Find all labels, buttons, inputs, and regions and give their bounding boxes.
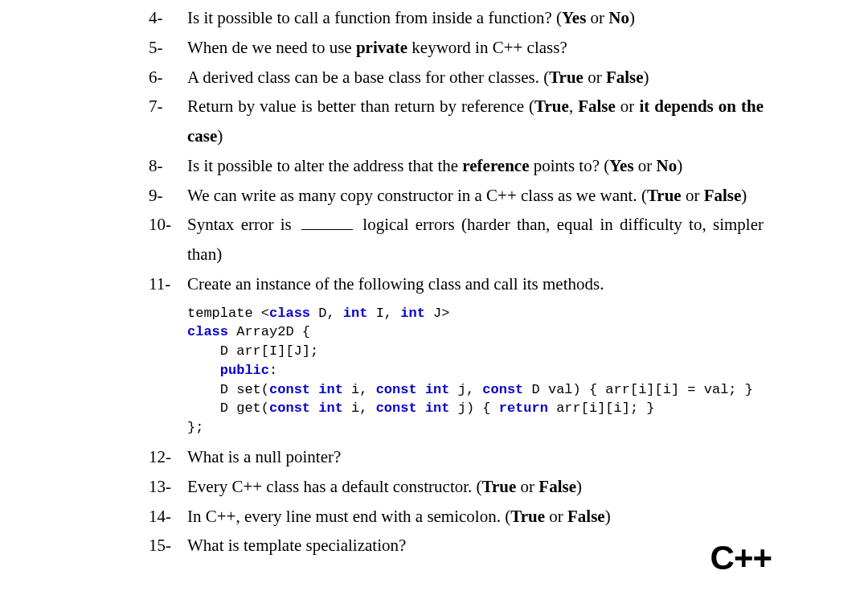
code-block: template <class D, int I, int J> class A… <box>187 304 764 438</box>
question-text: We can write as many copy constructor in… <box>187 181 764 211</box>
question-item: 7-Return by value is better than return … <box>149 92 764 151</box>
question-number: 12- <box>149 442 187 472</box>
question-number: 4- <box>149 3 187 33</box>
question-text: In C++, every line must end with a semic… <box>187 502 764 532</box>
question-number: 5- <box>149 33 187 63</box>
question-item: 4-Is it possible to call a function from… <box>149 3 764 33</box>
question-text: Create an instance of the following clas… <box>187 269 764 299</box>
cpp-logo: C++ <box>710 528 772 588</box>
question-text: When de we need to use private keyword i… <box>187 33 764 63</box>
question-number: 9- <box>149 181 187 211</box>
question-text: What is template specialization? <box>187 531 764 561</box>
question-text: Every C++ class has a default constructo… <box>187 472 764 502</box>
question-item: 11-Create an instance of the following c… <box>149 269 764 299</box>
question-item: 12-What is a null pointer? <box>149 442 764 472</box>
question-item: 10-Syntax error is logical errors (harde… <box>149 210 764 269</box>
question-list: 4-Is it possible to call a function from… <box>149 3 764 561</box>
question-text: Return by value is better than return by… <box>187 92 764 151</box>
question-item: 15- What is template specialization? <box>149 531 764 561</box>
code-block-wrapper: template <class D, int I, int J> class A… <box>149 304 764 438</box>
question-number: 10- <box>149 210 187 269</box>
question-number: 11- <box>149 269 187 299</box>
question-item: 5-When de we need to use private keyword… <box>149 33 764 63</box>
document-page: 4-Is it possible to call a function from… <box>0 0 868 616</box>
question-item: 14-In C++, every line must end with a se… <box>149 502 764 532</box>
question-number: 8- <box>149 151 187 181</box>
question-text: What is a null pointer? <box>187 442 764 472</box>
question-text: Syntax error is logical errors (harder t… <box>187 210 764 269</box>
question-number: 7- <box>149 92 187 151</box>
question-number: 14- <box>149 502 187 532</box>
question-number: 13- <box>149 472 187 502</box>
question-number: 6- <box>149 63 187 92</box>
question-number: 15- <box>149 531 187 561</box>
question-item: 13-Every C++ class has a default constru… <box>149 472 764 502</box>
question-item: 9- We can write as many copy constructor… <box>149 181 764 211</box>
question-text: A derived class can be a base class for … <box>187 63 764 92</box>
question-item: 8- Is it possible to alter the address t… <box>149 151 764 181</box>
question-text: Is it possible to alter the address that… <box>187 151 764 181</box>
question-text: Is it possible to call a function from i… <box>187 3 764 33</box>
question-item: 6-A derived class can be a base class fo… <box>149 63 764 92</box>
